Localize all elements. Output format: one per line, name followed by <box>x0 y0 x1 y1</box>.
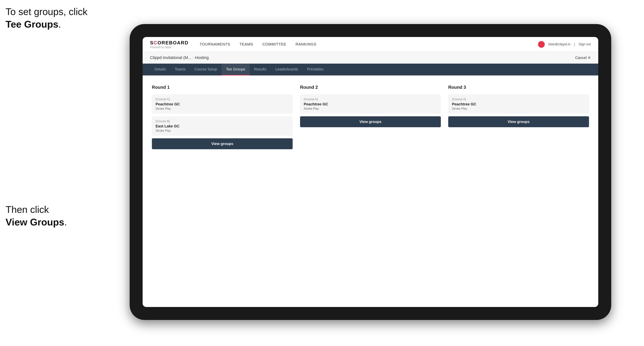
round-1-course-b-name: East Lake GC <box>156 124 289 128</box>
tab-details[interactable]: Details <box>150 64 170 75</box>
round-2-course-a-card: (Course A) Peachtree GC Stroke Play <box>300 94 441 114</box>
round-1-course-b-label: (Course B) <box>156 120 289 123</box>
instruction-bottom-bold: View Groups <box>6 217 64 227</box>
instruction-bottom: Then click View Groups. <box>6 203 67 228</box>
instruction-bottom-line1: Then click <box>6 204 49 215</box>
round-3-course-a-name: Peachtree GC <box>452 102 585 106</box>
tab-results[interactable]: Results <box>250 64 271 75</box>
nav-committee[interactable]: COMMITTEE <box>262 42 286 46</box>
round-1-course-b-format: Stroke Play <box>156 129 289 132</box>
round-1-course-a-format: Stroke Play <box>156 107 289 110</box>
nav-rankings[interactable]: RANKINGS <box>296 42 316 46</box>
round-2-column: Round 2 (Course A) Peachtree GC Stroke P… <box>300 85 441 149</box>
sub-header: Clippd Invitational (M... · Hosting Canc… <box>142 52 598 64</box>
round-3-course-a-label: (Course A) <box>452 98 585 101</box>
round-3-column: Round 3 (Course A) Peachtree GC Stroke P… <box>448 85 589 149</box>
user-email: blair@clippd.io <box>548 42 570 46</box>
round-2-title: Round 2 <box>300 85 441 90</box>
round-2-course-a-name: Peachtree GC <box>304 102 437 106</box>
round-1-course-a-card: (Course A) Peachtree GC Stroke Play <box>152 94 293 114</box>
round-1-course-a-label: (Course A) <box>156 98 289 101</box>
nav-right: blair@clippd.io | Sign out <box>538 41 591 48</box>
rounds-container: Round 1 (Course A) Peachtree GC Stroke P… <box>152 85 589 149</box>
logo-main: SCOREBOARD <box>150 40 188 46</box>
instruction-top-suffix: . <box>58 19 61 30</box>
nav-teams[interactable]: TEAMS <box>240 42 253 46</box>
tablet-screen: SCOREBOARD Powered by clippit TOURNAMENT… <box>142 37 598 307</box>
round-3-title: Round 3 <box>448 85 589 90</box>
instruction-bottom-suffix: . <box>64 217 67 227</box>
view-groups-button-round-2[interactable]: View groups <box>300 116 441 127</box>
round-3-course-a-card: (Course A) Peachtree GC Stroke Play <box>448 94 589 114</box>
sign-out-link[interactable]: Sign out <box>578 42 591 46</box>
view-groups-button-round-3[interactable]: View groups <box>448 116 589 127</box>
main-content: Round 1 (Course A) Peachtree GC Stroke P… <box>142 75 598 307</box>
round-2-course-a-format: Stroke Play <box>304 107 437 110</box>
tab-tee-groups[interactable]: Tee Groups <box>222 64 250 75</box>
instruction-top: To set groups, click Tee Groups. <box>6 5 88 30</box>
tournament-name: Clippd Invitational (M... · Hosting <box>150 55 575 60</box>
tab-bar: Details Teams Course Setup Tee Groups Re… <box>142 64 598 75</box>
nav-bar: SCOREBOARD Powered by clippit TOURNAMENT… <box>142 37 598 52</box>
instruction-top-bold: Tee Groups <box>6 19 58 30</box>
nav-tournaments[interactable]: TOURNAMENTS <box>200 42 230 46</box>
view-groups-button-round-1[interactable]: View groups <box>152 138 293 149</box>
round-1-column: Round 1 (Course A) Peachtree GC Stroke P… <box>152 85 293 149</box>
tab-teams[interactable]: Teams <box>170 64 190 75</box>
tab-printables[interactable]: Printables <box>303 64 328 75</box>
logo: SCOREBOARD Powered by clippit <box>150 40 188 49</box>
tab-leaderboards[interactable]: Leaderboards <box>271 64 302 75</box>
nav-links: TOURNAMENTS TEAMS COMMITTEE RANKINGS <box>200 42 538 46</box>
round-2-course-a-label: (Course A) <box>304 98 437 101</box>
round-1-course-a-name: Peachtree GC <box>156 102 289 106</box>
logo-sub: Powered by clippit <box>150 46 188 49</box>
round-1-course-b-card: (Course B) East Lake GC Stroke Play <box>152 116 293 136</box>
cancel-button[interactable]: Cancel ✕ <box>575 55 591 60</box>
instruction-top-line1: To set groups, click <box>6 6 88 17</box>
round-1-title: Round 1 <box>152 85 293 90</box>
avatar <box>538 41 545 48</box>
round-3-course-a-format: Stroke Play <box>452 107 585 110</box>
tab-course-setup[interactable]: Course Setup <box>190 64 222 75</box>
tablet-frame: SCOREBOARD Powered by clippit TOURNAMENT… <box>130 24 611 320</box>
